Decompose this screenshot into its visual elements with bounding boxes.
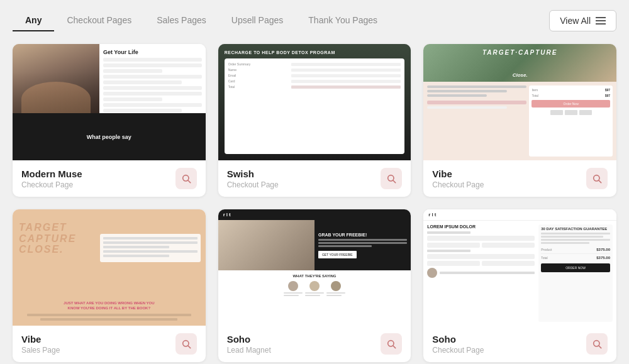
card-footer-swish: Swish Checkout Page — [218, 160, 411, 197]
svg-line-5 — [599, 180, 601, 183]
thumb-banner-modern-muse: What people say — [13, 113, 206, 160]
vibe-right-summary: Item$97 Total$97 Order Now — [529, 85, 613, 157]
search-icon — [181, 174, 191, 184]
search-icon — [386, 174, 396, 184]
soho-lead-logo: rlt — [223, 212, 232, 218]
label: Order Summary — [228, 62, 289, 66]
card-soho-lead: rlt GRAB YOUR FREEBIE! GET YOUR FREEBIE … — [218, 209, 411, 362]
card-footer-modern-muse: Modern Muse Checkout Page — [13, 160, 206, 197]
card-title-soho-lead: Soho — [227, 334, 271, 345]
card-title-swish: Swish — [227, 168, 279, 179]
vibe-sales-bottom: JUST WHAT ARE YOU DOING WRONG WHEN YOUKN… — [18, 301, 201, 321]
vibe-order-btn: Order Now — [532, 100, 610, 108]
soho-checkout-main-title: LOREM IPSUM DOLOR — [427, 224, 535, 229]
svg-line-11 — [599, 346, 601, 348]
card-footer-vibe-checkout: Vibe Checkout Page — [423, 160, 616, 197]
vibe-sales-text-block — [100, 234, 201, 262]
tab-sales[interactable]: Sales Pages — [144, 10, 219, 31]
view-all-button[interactable]: View All — [549, 10, 616, 31]
card-swish: RECHARGE TO HELP BODY DETOX PROGRAM Orde… — [218, 44, 411, 197]
card-subtitle-soho-checkout: Checkout Page — [432, 346, 484, 355]
svg-line-9 — [393, 346, 396, 348]
thumb-modern-muse: Get Your Life — [13, 44, 206, 160]
thumb-brand-vibe: TARGET·CAPTURE — [482, 49, 557, 56]
card-footer-soho-lead: Soho Lead Magnet — [218, 326, 411, 362]
testimonial-3 — [326, 281, 345, 297]
card-title-vibe-sales: Vibe — [21, 334, 60, 345]
swish-checkout-box: Order Summary Name Email Card Total — [225, 58, 405, 154]
tab-checkout[interactable]: Checkout Pages — [54, 10, 144, 31]
tab-upsell[interactable]: Upsell Pages — [219, 10, 296, 31]
card-info-soho-checkout: Soho Checkout Page — [432, 334, 484, 355]
soho-order-btn: ORDER NOW — [541, 263, 610, 272]
svg-line-1 — [188, 180, 191, 183]
card-title-soho-checkout: Soho — [432, 334, 484, 345]
filter-tabs: Any Checkout Pages Sales Pages Upsell Pa… — [13, 10, 390, 31]
card-footer-vibe-sales: Vibe Sales Page — [13, 326, 206, 362]
card-soho-checkout: rlt LOREM IPSUM DOLOR — [423, 209, 616, 362]
search-icon — [181, 339, 191, 349]
card-info-vibe-sales: Vibe Sales Page — [21, 334, 60, 355]
soho-testimonials-title: WHAT THEY'RE SAYING — [223, 274, 406, 278]
brand-sub: Close. — [513, 72, 528, 78]
lines-icon — [596, 17, 606, 25]
search-icon — [592, 174, 602, 184]
thumb-soho-lead: rlt GRAB YOUR FREEBIE! GET YOUR FREEBIE … — [218, 209, 411, 326]
card-info-soho-lead: Soho Lead Magnet — [227, 334, 271, 355]
card-search-btn-modern-muse[interactable] — [175, 168, 197, 189]
view-all-label: View All — [560, 16, 591, 26]
card-subtitle-vibe-checkout: Checkout Page — [432, 180, 484, 189]
card-footer-soho-checkout: Soho Checkout Page — [423, 326, 616, 362]
card-grid: Get Your Life — [13, 44, 616, 362]
input — [291, 63, 401, 66]
card-info-modern-muse: Modern Muse Checkout Page — [21, 168, 82, 189]
testimonial-2 — [305, 281, 324, 297]
soho-checkout-logo: rlt — [428, 212, 611, 218]
card-vibe-sales: TARGETCAPTUREClose. JUST WHAT ARE YOU DO… — [13, 209, 206, 362]
svg-line-3 — [393, 180, 396, 183]
card-subtitle-modern-muse: Checkout Page — [21, 180, 82, 189]
tab-thankyou[interactable]: Thank You Pages — [296, 10, 390, 31]
thumb-headline-modern-muse: Get Your Life — [103, 49, 202, 55]
card-subtitle-soho-lead: Lead Magnet — [227, 346, 271, 355]
search-icon — [386, 339, 396, 349]
thumb-soho-checkout: rlt LOREM IPSUM DOLOR — [423, 209, 616, 326]
page-wrapper: Any Checkout Pages Sales Pages Upsell Pa… — [0, 0, 629, 364]
card-info-swish: Swish Checkout Page — [227, 168, 279, 189]
card-modern-muse: Get Your Life — [13, 44, 206, 197]
soho-testimonials-row — [223, 281, 406, 297]
thumb-vibe-sales: TARGETCAPTUREClose. JUST WHAT ARE YOU DO… — [13, 209, 206, 326]
card-vibe-checkout: TARGET·CAPTURE Close. — [423, 44, 616, 197]
soho-lead-hero-title: GRAB YOUR FREEBIE! — [318, 233, 407, 237]
card-subtitle-vibe-sales: Sales Page — [21, 346, 60, 355]
card-search-btn-vibe-sales[interactable] — [175, 333, 197, 355]
card-search-btn-soho-checkout[interactable] — [586, 333, 608, 355]
soho-guarantee-title: 30 DAY SATISFACTION GUARANTEE — [541, 227, 610, 231]
tab-any[interactable]: Any — [13, 10, 54, 31]
card-info-vibe-checkout: Vibe Checkout Page — [432, 168, 484, 189]
thumb-vibe-checkout: TARGET·CAPTURE Close. — [423, 44, 616, 160]
soho-checkout-left: LOREM IPSUM DOLOR — [427, 224, 535, 322]
card-search-btn-soho-lead[interactable] — [381, 333, 402, 355]
card-subtitle-swish: Checkout Page — [227, 180, 279, 189]
thumb-swish: RECHARGE TO HELP BODY DETOX PROGRAM Orde… — [218, 44, 411, 160]
thumb-headline-swish: RECHARGE TO HELP BODY DETOX PROGRAM — [225, 50, 405, 55]
soho-checkout-right: 30 DAY SATISFACTION GUARANTEE Product$37… — [538, 224, 613, 322]
card-search-btn-vibe-checkout[interactable] — [586, 168, 608, 189]
search-icon — [592, 339, 602, 349]
card-title-vibe-checkout: Vibe — [432, 168, 484, 179]
vibe-left-form — [427, 85, 526, 157]
soho-cta: GET YOUR FREEBIE — [318, 251, 357, 258]
card-title-modern-muse: Modern Muse — [21, 168, 82, 179]
testimonial-1 — [284, 281, 303, 297]
svg-line-7 — [188, 346, 191, 348]
filter-bar: Any Checkout Pages Sales Pages Upsell Pa… — [13, 10, 616, 31]
card-search-btn-swish[interactable] — [381, 168, 402, 189]
